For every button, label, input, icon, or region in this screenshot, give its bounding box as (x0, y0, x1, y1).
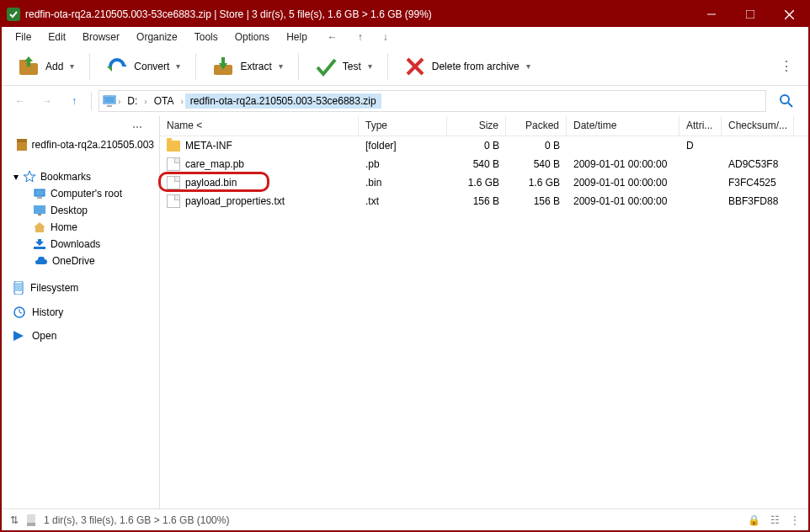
nav-back-button[interactable]: ← (10, 91, 30, 111)
sidebar: ⋯ redfin-ota-rq2a.210505.003 ▾ Bookmarks… (2, 116, 160, 508)
menu-arrow-down-icon[interactable]: ↓ (376, 29, 395, 45)
table-row[interactable]: META-INF[folder]0 B0 BD (160, 136, 808, 155)
delete-button[interactable]: Delete from archive▾ (395, 51, 539, 82)
test-icon (314, 55, 338, 78)
table-row[interactable]: payload.bin.bin1.6 GB1.6 GB2009-01-01 00… (160, 173, 808, 192)
chevron-down-icon[interactable]: ▾ (368, 61, 372, 71)
cell-packed: 1.6 GB (506, 175, 567, 190)
col-type[interactable]: Type (359, 116, 447, 136)
sidebar-archive-node[interactable]: redfin-ota-rq2a.210505.003 (2, 136, 159, 153)
svg-line-18 (788, 103, 792, 107)
svg-rect-25 (38, 214, 41, 215)
menu-arrow-left-icon[interactable]: ← (321, 29, 344, 45)
status-bar: ⇅ 1 dir(s), 3 file(s), 1.6 GB > 1.6 GB (… (2, 508, 808, 530)
col-date[interactable]: Date/time (567, 116, 679, 136)
menu-edit[interactable]: Edit (41, 29, 72, 45)
search-button[interactable] (773, 94, 800, 108)
crumb-folder[interactable]: OTA (149, 93, 179, 109)
menu-organize[interactable]: Organize (130, 29, 184, 45)
separator (298, 53, 299, 80)
minimize-button[interactable] (692, 2, 731, 27)
menu-file[interactable]: File (8, 29, 38, 45)
column-header: Name < Type Size Packed Date/time Attri.… (160, 116, 808, 136)
sidebar-item-downloads[interactable]: Downloads (2, 236, 159, 253)
extract-button[interactable]: Extract▾ (203, 51, 290, 82)
phone-icon (13, 281, 24, 295)
drive-icon (27, 514, 35, 526)
add-button[interactable]: Add▾ (8, 51, 83, 82)
menu-browser[interactable]: Browser (76, 29, 126, 45)
view-icon[interactable]: ☷ (770, 514, 780, 526)
sidebar-item-desktop[interactable]: Desktop (2, 202, 159, 219)
cell-date (567, 144, 679, 147)
menu-options[interactable]: Options (228, 29, 276, 45)
clock-icon (13, 306, 25, 318)
cell-type: [folder] (359, 138, 447, 153)
cell-attr (679, 200, 722, 203)
test-button[interactable]: Test▾ (306, 51, 381, 82)
app-icon (7, 8, 20, 21)
separator (387, 53, 388, 80)
cell-check: AD9C53F8 (722, 157, 794, 172)
expand-icon[interactable]: ▾ (13, 171, 19, 183)
menu-help[interactable]: Help (280, 29, 314, 45)
svg-marker-21 (24, 171, 35, 182)
sidebar-item-home[interactable]: Home (2, 219, 159, 236)
svg-rect-2 (746, 10, 754, 19)
cell-type: .pb (359, 157, 447, 172)
convert-icon (105, 55, 129, 78)
sync-icon[interactable]: ⇅ (10, 514, 19, 526)
svg-line-33 (19, 312, 22, 313)
window-title: redfin-ota-rq2a.210505.003-53ce6883.zip … (25, 8, 692, 20)
chevron-down-icon[interactable]: ▾ (176, 61, 180, 71)
desktop-icon (34, 205, 45, 215)
menu-tools[interactable]: Tools (188, 29, 225, 45)
sidebar-filesystem[interactable]: Filesystem (2, 281, 159, 295)
cell-check: BBF3FD88 (722, 194, 794, 209)
chevron-down-icon[interactable]: ▾ (70, 61, 74, 71)
menu-icon[interactable]: ⋮ (790, 514, 800, 526)
toolbar-overflow-icon[interactable]: ⋮ (771, 58, 802, 74)
close-button[interactable] (770, 2, 808, 27)
menu-arrow-up-icon[interactable]: ↑ (351, 29, 370, 45)
crumb-archive[interactable]: redfin-ota-rq2a.210505.003-53ce6883.zip (185, 93, 381, 109)
svg-rect-36 (27, 514, 35, 523)
lock-icon[interactable]: 🔒 (748, 514, 760, 526)
archive-icon (17, 139, 27, 151)
breadcrumb[interactable]: › D: › OTA › redfin-ota-rq2a.210505.003-… (99, 90, 766, 112)
cell-date: 2009-01-01 00:00:00 (567, 157, 679, 172)
nav-up-button[interactable]: ↑ (64, 91, 84, 111)
extract-icon (211, 55, 235, 78)
svg-marker-9 (107, 66, 112, 72)
nav-forward-button[interactable]: → (37, 91, 57, 111)
convert-button[interactable]: Convert▾ (97, 51, 189, 82)
table-row[interactable]: payload_properties.txt.txt156 B156 B2009… (160, 192, 808, 210)
crumb-drive[interactable]: D: (122, 93, 142, 109)
table-row[interactable]: care_map.pb.pb540 B540 B2009-01-01 00:00… (160, 155, 808, 173)
chevron-down-icon[interactable]: ▾ (526, 61, 530, 71)
file-name: payload.bin (185, 177, 237, 189)
search-icon (780, 94, 793, 108)
cloud-icon (34, 257, 47, 265)
title-bar: redfin-ota-rq2a.210505.003-53ce6883.zip … (2, 2, 808, 27)
sidebar-history[interactable]: History (2, 306, 159, 318)
col-packed[interactable]: Packed (506, 116, 567, 136)
col-name[interactable]: Name < (160, 116, 359, 136)
sidebar-bookmarks[interactable]: ▾ Bookmarks (2, 168, 159, 185)
sidebar-item-onedrive[interactable]: OneDrive (2, 253, 159, 269)
svg-marker-34 (13, 331, 24, 341)
col-checksum[interactable]: Checksum/... (722, 116, 794, 136)
col-size[interactable]: Size (447, 116, 506, 136)
col-attr[interactable]: Attri... (679, 116, 722, 136)
svg-rect-19 (17, 141, 27, 151)
maximize-button[interactable] (731, 2, 770, 27)
cell-size: 540 B (447, 157, 506, 172)
sidebar-open[interactable]: Open (2, 330, 159, 342)
sidebar-item-computers-root[interactable]: Computer's root (2, 185, 159, 202)
chevron-down-icon[interactable]: ▾ (279, 61, 283, 71)
delete-icon (403, 55, 427, 78)
sidebar-overflow-icon[interactable]: ⋯ (2, 121, 159, 136)
cell-type: .txt (359, 194, 447, 209)
file-icon (167, 194, 180, 208)
svg-rect-15 (104, 97, 115, 103)
